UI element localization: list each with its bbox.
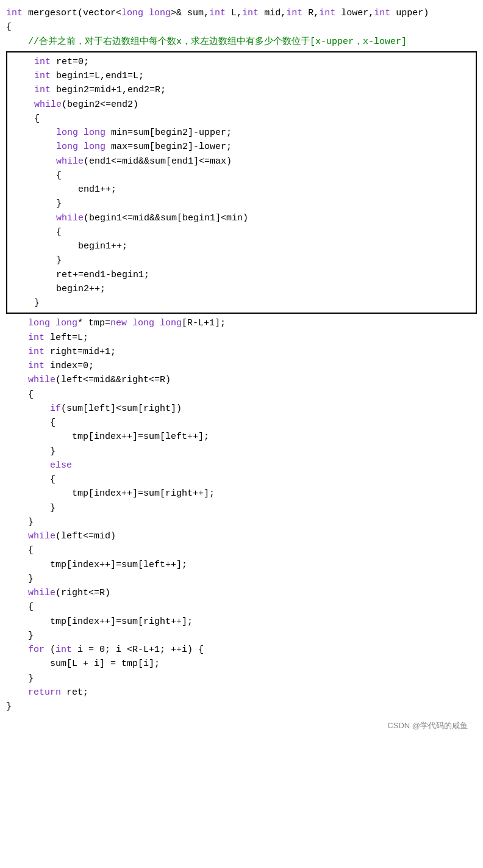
after-line-15: } [6,515,477,529]
box-line-9: while(end1<=mid&&sum[end1]<=max) [12,154,471,168]
box-line-20: begin2++; [12,282,471,296]
after-line-3: int right=mid+1; [6,345,477,359]
after-line-32: } [6,700,477,714]
after-line-1: long long* tmp=new long long[R-L+1]; [6,316,477,330]
after-line-9: tmp[index++]=sum[left++]; [6,430,477,444]
box-line-12: } [12,197,471,211]
after-line-11: else [6,458,477,472]
after-line-28: sum[L + i] = tmp[i]; [6,657,477,671]
box-line-5: while(begin2<=end2) [12,98,471,112]
after-line-23: { [6,600,477,614]
after-line-27: for (int i = 0; i <R-L+1; ++i) { [6,643,477,657]
after-line-5: while(left<=mid&&right<=R) [6,373,477,387]
after-line-6: { [6,388,477,402]
watermark: CSDN @学代码的咸鱼 [6,720,477,732]
box-line-6: { [12,112,471,126]
after-line-29: } [6,671,477,685]
after-line-17: while(left<=mid) [6,529,477,543]
box-line-1: int ret=0; [12,55,471,69]
after-line-24: tmp[index++]=sum[right++]; [6,615,477,629]
after-line-14: } [6,501,477,515]
boxed-section: 找左边有多少个位于范围上 int ret=0; int begin1=L,end… [6,51,477,314]
box-line-7: long long min=sum[begin2]-upper; [12,126,471,140]
after-line-7: if(sum[left]<sum[right]) [6,402,477,416]
after-line-18: { [6,543,477,557]
header-line: int mergesort(vector<long long>& sum,int… [6,6,477,20]
after-line-8: { [6,416,477,430]
after-line-10: } [6,444,477,458]
comment-line: //合并之前，对于右边数组中每个数x，求左边数组中有多少个数位于[x-upper… [6,35,477,49]
box-line-15: { [12,225,471,239]
after-line-2: int left=L; [6,331,477,345]
box-line-18: ret+=end1-begin1; [12,268,471,282]
after-line-12: { [6,472,477,486]
after-line-13: tmp[index++]=sum[right++]; [6,486,477,501]
box-line-2: int begin1=L,end1=L; [12,69,471,83]
box-line-16: begin1++; [12,239,471,253]
after-line-19: tmp[index++]=sum[left++]; [6,558,477,572]
box-line-8: long long max=sum[begin2]-lower; [12,140,471,154]
box-line-10: { [12,168,471,183]
after-line-25: } [6,629,477,643]
after-line-31: return ret; [6,685,477,700]
box-line-14: while(begin1<=mid&&sum[begin1]<min) [12,211,471,225]
box-line-11: end1++; [12,183,471,197]
code-block: int mergesort(vector<long long>& sum,int… [0,6,483,732]
open-brace-outer: { [6,20,477,34]
after-line-4: int index=0; [6,359,477,373]
box-line-17: } [12,253,471,267]
box-line-3: int begin2=mid+1,end2=R; [12,83,471,97]
box-line-21: } [12,296,471,310]
after-line-22: while(right<=R) [6,586,477,600]
after-line-20: } [6,572,477,586]
